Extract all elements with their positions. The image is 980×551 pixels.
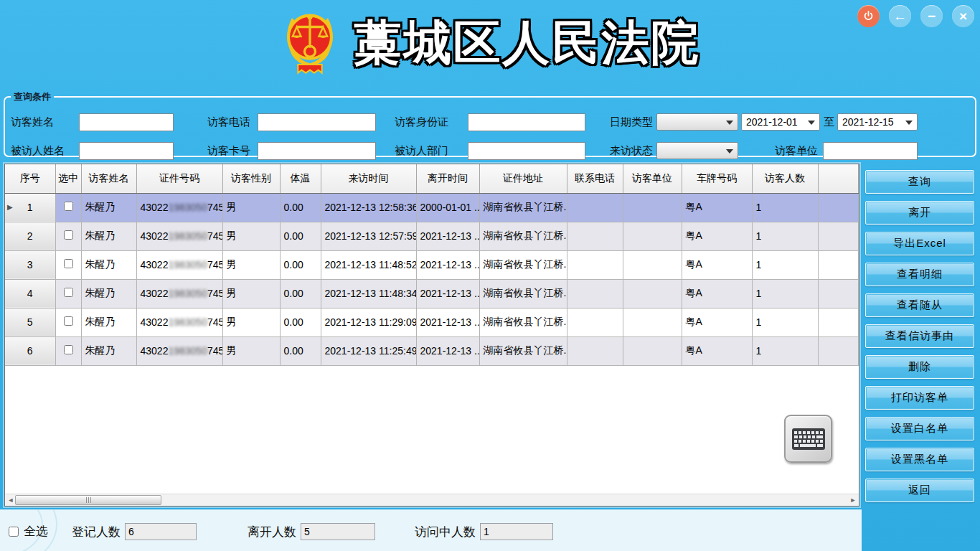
column-header[interactable]: 选中 [55,164,81,193]
cell-arrive[interactable]: 2021-12-13 11:48:34 [321,279,416,308]
cell-arrive[interactable]: 2021-12-13 11:25:49 [321,336,416,365]
cell-id[interactable]: 43022198305074518 [136,308,222,336]
leave-button[interactable]: 离开 [865,201,974,225]
cell-name[interactable]: 朱醒乃 [81,222,136,250]
print-visitor-slip-button[interactable]: 打印访客单 [865,386,974,410]
cell-addr[interactable]: 湖南省攸县丫江桥... [479,279,567,308]
row-header[interactable]: 4 [5,279,55,308]
cell-plate[interactable]: 粤A [682,308,752,336]
column-header[interactable]: 证件地址 [479,164,567,193]
registered-count-field[interactable] [125,523,197,540]
cell-gender[interactable]: 男 [222,222,280,250]
horizontal-scrollbar[interactable]: ◄ ► [5,494,859,506]
cell-id[interactable]: 43022198305074518 [136,222,222,250]
cell-arrive[interactable]: 2021-12-13 11:29:09 [321,308,416,336]
visit-status-select[interactable] [656,142,738,159]
cell-leave[interactable]: 2021-12-13 ... [416,250,479,279]
cell-plate[interactable]: 粤A [682,336,752,365]
cell-plate[interactable]: 粤A [682,279,752,308]
set-blacklist-button[interactable]: 设置黑名单 [865,448,974,471]
cell-gender[interactable]: 男 [222,250,280,279]
row-checkbox[interactable] [64,316,73,326]
table-row[interactable]: 6朱醒乃43022198305074518男0.002021-12-13 11:… [5,336,859,365]
view-companion-button[interactable]: 查看随从 [865,293,974,317]
visited-name-input[interactable] [79,142,174,160]
column-header[interactable]: 访客姓名 [81,164,136,193]
cell-unit[interactable] [623,308,682,336]
row-checkbox[interactable] [64,345,73,354]
cell-phone[interactable] [567,336,623,365]
close-icon[interactable]: × [952,5,974,27]
cell-leave[interactable]: 2000-01-01 ... [416,193,479,222]
cell-arrive[interactable]: 2021-12-13 12:57:59 [321,222,416,250]
column-header[interactable]: 体温 [280,164,321,193]
cell-id[interactable]: 43022198305074518 [136,279,222,308]
cell-count[interactable]: 1 [752,193,818,222]
minimize-icon[interactable]: − [920,5,943,27]
table-row[interactable]: 2朱醒乃43022198305074518男0.002021-12-13 12:… [5,222,859,250]
cell-plate[interactable]: 粤A [682,250,752,279]
delete-button[interactable]: 删除 [865,355,974,379]
cell-plate[interactable]: 粤A [682,222,752,250]
visitor-phone-input[interactable] [258,113,376,131]
date-type-select[interactable] [656,113,738,131]
view-petition-reason-button[interactable]: 查看信访事由 [865,324,974,348]
row-header[interactable]: 5 [5,308,55,336]
back-icon[interactable]: ← [889,5,911,27]
scrollbar-thumb[interactable] [15,495,161,505]
cell-arrive[interactable]: 2021-12-13 12:58:36 [321,193,416,222]
table-row[interactable]: 5朱醒乃43022198305074518男0.002021-12-13 11:… [5,308,859,336]
cell-addr[interactable]: 湖南省攸县丫江桥... [479,193,567,222]
column-header[interactable]: 访客单位 [623,164,682,193]
column-header[interactable]: 访客人数 [752,164,818,193]
export-excel-button[interactable]: 导出Excel [865,232,974,255]
cell-unit[interactable] [623,279,682,308]
cell-name[interactable]: 朱醒乃 [81,250,136,279]
column-header[interactable]: 车牌号码 [682,164,752,193]
cell-temp[interactable]: 0.00 [280,222,321,250]
visitor-card-input[interactable] [258,142,376,160]
visitor-id-input[interactable] [468,113,585,131]
cell-temp[interactable]: 0.00 [280,250,321,279]
column-header[interactable]: 离开时间 [416,164,479,193]
cell-temp[interactable]: 0.00 [280,336,321,365]
cell-leave[interactable]: 2021-12-13 ... [416,279,479,308]
column-header[interactable]: 来访时间 [321,164,416,193]
cell-addr[interactable]: 湖南省攸县丫江桥... [479,222,567,250]
cell-id[interactable]: 43022198305074518 [136,193,222,222]
table-row[interactable]: 4朱醒乃43022198305074518男0.002021-12-13 11:… [5,279,859,308]
cell-temp[interactable]: 0.00 [280,193,321,222]
query-button[interactable]: 查询 [865,170,974,194]
cell-count[interactable]: 1 [752,336,818,365]
power-icon[interactable] [857,5,880,27]
cell-gender[interactable]: 男 [222,308,280,336]
cell-temp[interactable]: 0.00 [280,308,321,336]
cell-arrive[interactable]: 2021-12-13 11:48:52 [321,250,416,279]
virtual-keyboard-button[interactable] [784,415,832,463]
column-header[interactable]: 访客性别 [222,164,280,193]
row-header[interactable]: 1▶ [5,193,55,222]
cell-gender[interactable]: 男 [222,279,280,308]
cell-plate[interactable]: 粤A [682,193,752,222]
select-all-checkbox[interactable] [9,527,19,537]
cell-unit[interactable] [623,336,682,365]
view-detail-button[interactable]: 查看明细 [865,263,974,286]
cell-unit[interactable] [623,250,682,279]
column-header[interactable]: 联系电话 [567,164,623,193]
row-checkbox[interactable] [64,202,73,211]
cell-unit[interactable] [623,193,682,222]
return-button[interactable]: 返回 [865,479,974,502]
cell-count[interactable]: 1 [752,279,818,308]
date-to-select[interactable]: 2021-12-15 [837,113,918,131]
left-count-field[interactable] [301,523,375,540]
scroll-right-icon[interactable]: ► [847,494,859,506]
cell-leave[interactable]: 2021-12-13 ... [416,336,479,365]
row-checkbox[interactable] [64,259,73,268]
table-row[interactable]: 1▶朱醒乃43022198305074518男0.002021-12-13 12… [5,193,859,222]
row-checkbox[interactable] [64,288,73,297]
cell-count[interactable]: 1 [752,308,818,336]
cell-count[interactable]: 1 [752,222,818,250]
cell-phone[interactable] [567,308,623,336]
date-from-select[interactable]: 2021-12-01 [741,113,820,131]
cell-name[interactable]: 朱醒乃 [81,193,136,222]
